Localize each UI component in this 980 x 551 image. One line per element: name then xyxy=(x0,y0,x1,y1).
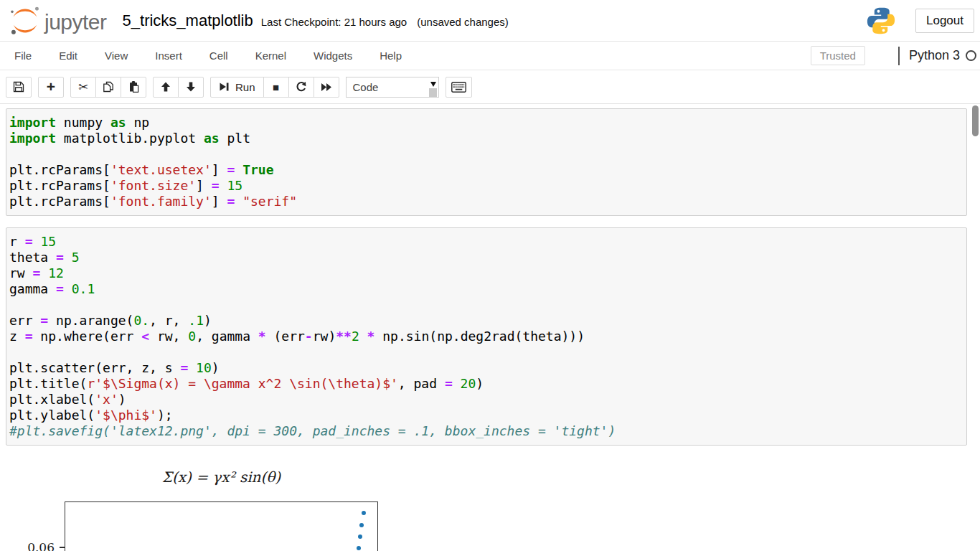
plot-title: Σ(x) = γx² sin(θ) xyxy=(65,468,378,486)
kernel-name: Python 3 xyxy=(909,48,960,63)
move-cell-up-button[interactable] xyxy=(153,77,179,98)
notebook-scrollbar[interactable] xyxy=(972,105,979,136)
menu-item-insert[interactable]: Insert xyxy=(141,42,196,70)
dropdown-scroll-thumb xyxy=(429,88,437,97)
notebook-title[interactable]: 5_tricks_matplotlib xyxy=(123,11,253,30)
code-line xyxy=(9,344,963,360)
code-line: #plt.savefig('latex12.png', dpi = 300, p… xyxy=(9,423,963,439)
menu-item-help[interactable]: Help xyxy=(366,42,415,70)
toolbar: + ✂ xyxy=(0,70,980,104)
cell-type-value: Code xyxy=(353,81,379,93)
run-button-label: Run xyxy=(235,81,255,93)
trusted-badge[interactable]: Trusted xyxy=(811,46,865,65)
code-line: gamma = 0.1 xyxy=(9,281,963,297)
interrupt-kernel-button[interactable]: ■ xyxy=(263,77,289,98)
menu-item-kernel[interactable]: Kernel xyxy=(242,42,300,70)
step-forward-icon xyxy=(219,81,230,93)
cell-type-select[interactable]: Code xyxy=(346,77,439,98)
copy-icon xyxy=(103,81,114,93)
arrow-down-icon xyxy=(185,81,197,93)
code-cell-2: r = 15theta = 5rw = 12gamma = 0.1 err = … xyxy=(6,227,967,446)
plot-output: Σ(x) = γx² sin(θ) 0.06 xyxy=(6,457,967,551)
jupyter-logo-icon xyxy=(9,4,42,37)
menu-item-file[interactable]: File xyxy=(1,42,45,70)
save-icon xyxy=(13,81,24,93)
jupyter-logo[interactable]: jupyter xyxy=(9,4,107,37)
save-button[interactable] xyxy=(6,77,32,98)
code-line: plt.rcParams['text.usetex'] = True xyxy=(9,162,963,178)
menu-item-edit[interactable]: Edit xyxy=(45,42,91,70)
plot-ytick-label: 0.06 xyxy=(16,540,55,551)
plus-icon: + xyxy=(47,79,55,94)
kernel-idle-indicator-icon xyxy=(966,50,976,61)
arrow-up-icon xyxy=(160,81,171,93)
jupyter-logo-text: jupyter xyxy=(44,10,107,34)
code-cell-1: import numpy as npimport matplotlib.pypl… xyxy=(6,108,967,216)
menu-item-view[interactable]: View xyxy=(91,42,141,70)
logout-button[interactable]: Logout xyxy=(915,9,974,33)
scatter-point xyxy=(362,511,366,515)
run-button[interactable]: Run xyxy=(210,77,264,98)
code-line: plt.rcParams['font.family'] = "serif" xyxy=(9,194,963,209)
autosave-status: (unsaved changes) xyxy=(417,16,509,28)
menu-item-widgets[interactable]: Widgets xyxy=(300,42,366,70)
cut-cell-button[interactable]: ✂ xyxy=(70,77,96,98)
code-line: import matplotlib.pyplot as plt xyxy=(9,131,963,146)
add-cell-button[interactable]: + xyxy=(38,77,64,98)
code-line: theta = 5 xyxy=(9,250,963,265)
fast-forward-icon xyxy=(321,82,332,93)
code-line: plt.xlabel('x') xyxy=(9,392,963,408)
scatter-point xyxy=(358,534,362,539)
notebook-area: import numpy as npimport matplotlib.pypl… xyxy=(0,104,980,551)
python-logo-icon xyxy=(865,5,897,37)
restart-icon xyxy=(296,81,307,93)
command-palette-button[interactable] xyxy=(446,77,472,98)
menu: FileEditViewInsertCellKernelWidgetsHelp xyxy=(1,42,415,70)
code-line: rw = 12 xyxy=(9,265,963,281)
plot-frame xyxy=(65,501,378,551)
code-line xyxy=(9,297,963,313)
scatter-point xyxy=(359,523,364,527)
header-bar: jupyter 5_tricks_matplotlib Last Checkpo… xyxy=(0,0,980,41)
cell-input-area[interactable]: r = 15theta = 5rw = 12gamma = 0.1 err = … xyxy=(6,227,967,446)
paste-icon xyxy=(128,81,139,93)
code-line: plt.title(r'$\Sigma(x) = \gamma x^2 \sin… xyxy=(9,376,963,392)
stop-icon: ■ xyxy=(273,82,279,93)
keyboard-icon xyxy=(451,82,466,93)
scatter-point xyxy=(357,546,361,550)
code-line xyxy=(9,146,963,162)
plot-ytick-mark xyxy=(60,547,65,548)
checkpoint-status: Last Checkpoint: 21 hours ago xyxy=(261,16,407,28)
code-line: r = 15 xyxy=(9,234,963,250)
scissors-icon: ✂ xyxy=(78,81,88,93)
menu-item-cell[interactable]: Cell xyxy=(196,42,242,70)
code-line: z = np.where(err < rw, 0, gamma * (err-r… xyxy=(9,329,963,344)
paste-cell-button[interactable] xyxy=(121,77,146,98)
cell-input-area[interactable]: import numpy as npimport matplotlib.pypl… xyxy=(6,108,967,216)
code-line: err = np.arange(0., r, .1) xyxy=(9,313,963,329)
code-line: plt.scatter(err, z, s = 10) xyxy=(9,360,963,376)
code-line: plt.ylabel('$\phi$'); xyxy=(9,408,963,423)
restart-run-all-button[interactable] xyxy=(314,77,339,98)
restart-kernel-button[interactable] xyxy=(288,77,314,98)
code-line: import numpy as np xyxy=(9,115,963,131)
kernel-separator xyxy=(898,47,900,65)
code-line: plt.rcParams['font.size'] = 15 xyxy=(9,178,963,194)
move-cell-down-button[interactable] xyxy=(178,77,204,98)
menubar: FileEditViewInsertCellKernelWidgetsHelp … xyxy=(0,41,980,70)
dropdown-arrow-icon xyxy=(430,82,436,87)
copy-cell-button[interactable] xyxy=(95,77,121,98)
